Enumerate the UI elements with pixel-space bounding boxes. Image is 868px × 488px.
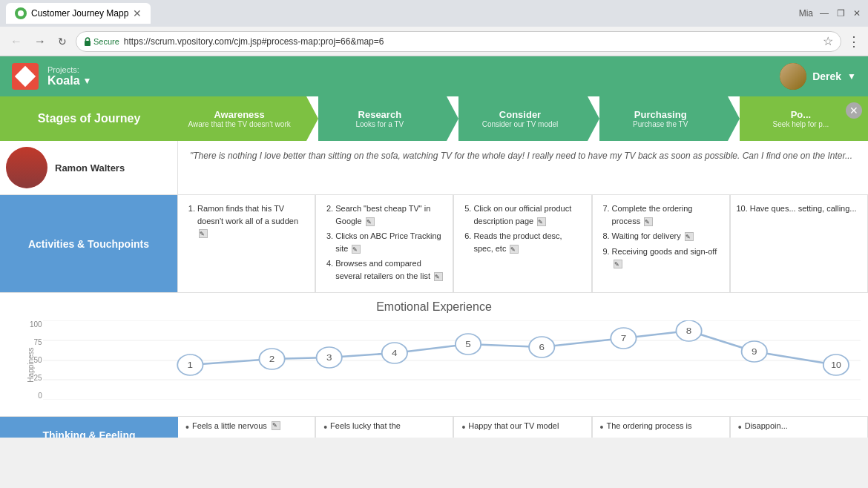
y-tick-50: 50 [34,356,42,364]
y-tick-100: 100 [30,320,42,329]
activity-item: Ramon finds that his TV doesn't work all… [197,202,306,240]
activity-cell-4: Have ques... setting, calling... [730,195,868,292]
profile-label: Mia [799,8,813,19]
svg-text:10: 10 [831,361,841,369]
stages-label: Stages of Journey [0,96,178,141]
persona-name: Ramon Walters [55,162,125,174]
stage-research: Research Looks for a TV [318,96,447,141]
stages-row: Stages of Journey Awareness Aware that t… [0,96,868,141]
browser-tab[interactable]: Customer Journey Mapp ✕ [6,3,151,24]
quote-row: Ramon Walters "There is nothing I love b… [0,141,868,195]
svg-text:3: 3 [326,353,332,363]
stage-research-desc: Looks for a TV [355,120,404,128]
note-icon[interactable]: ✎ [352,245,361,254]
bookmark-btn[interactable]: ☆ [823,34,833,48]
thinking-label: Thinking & Feeling [0,417,178,438]
main-content: ✕ Stages of Journey Awareness Aware that… [0,96,868,438]
tab-favicon [15,7,27,19]
user-photo-inner [6,147,47,188]
maximize-btn[interactable]: ❐ [835,8,846,19]
thinking-cell-1: • Feels lucky that the [315,417,453,438]
y-tick-0: 0 [38,392,42,400]
activity-cell-1: Search "best cheap TV" in Google ✎ Click… [315,195,453,292]
emotional-section: Emotional Experience Happiness 100 75 50… [0,293,868,413]
note-icon[interactable]: ✎ [434,272,443,281]
browser-menu-btn[interactable]: ⋮ [847,33,861,50]
y-ticks: 100 75 50 25 0 [30,320,42,400]
thinking-text-4: Disappoin... [745,421,788,430]
stage-purchasing-arrow [728,96,740,141]
stage-research-arrow [447,96,458,141]
user-name: Derek [812,70,841,82]
user-avatar [780,63,806,90]
secure-indicator: Secure [84,37,119,46]
note-icon[interactable]: ✎ [537,217,546,226]
user-dropdown-arrow[interactable]: ▼ [847,71,856,82]
user-cell: Ramon Walters [0,141,178,194]
stage-awareness-desc: Aware that the TV doesn't work [188,120,290,128]
stage-purchasing-desc: Purchase the TV [633,120,688,128]
thinking-text-2: Happy that our TV model [468,421,559,430]
note-icon[interactable]: ✎ [644,217,653,226]
close-panel-btn[interactable]: ✕ [846,102,862,119]
forward-btn[interactable]: → [31,32,49,51]
bullet-1: • [323,421,327,433]
note-icon[interactable]: ✎ [199,229,208,238]
thinking-text-0: Feels a little nervous [192,421,267,430]
thinking-note-0[interactable]: ✎ [272,421,280,430]
activity-item: Clicks on ABC Price Tracking site ✎ [335,230,444,254]
svg-text:5: 5 [465,340,471,349]
stage-consider-desc: Consider our TV model [482,120,559,128]
activity-item: Reads the product desc, spec, etc ✎ [473,230,582,254]
app-project: Projects: Koala ▼ [47,65,91,88]
activity-cell-2: Click on our official product descriptio… [453,195,591,292]
svg-rect-1 [85,41,91,46]
bullet-2: • [461,421,465,433]
emotional-title: Emotional Experience [0,300,868,314]
svg-text:9: 9 [752,347,757,357]
app-header: Projects: Koala ▼ Derek ▼ [0,56,868,96]
activity-item: Click on our official product descriptio… [473,202,582,227]
activity-item: Have ques... setting, calling... [750,202,858,215]
thinking-cells: • Feels a little nervous ✎ • Feels lucky… [178,417,868,438]
note-icon[interactable]: ✎ [614,260,622,268]
url-display: https://scrum.vpository.com/cjm.jsp#proc… [124,36,818,47]
user-photo [6,147,47,188]
address-bar[interactable]: Secure https://scrum.vpository.com/cjm.j… [76,31,841,52]
activities-row: Activities & Touchpoints Ramon finds tha… [0,195,868,293]
note-icon[interactable]: ✎ [510,245,519,254]
note-icon[interactable]: ✎ [366,217,375,226]
activities-cells: Ramon finds that his TV doesn't work all… [178,195,868,292]
activity-item: Browses and compared several retailers o… [335,257,444,282]
stage-post-name: Po... [791,109,811,120]
secure-label: Secure [93,37,119,46]
thinking-text-3: The ordering process is [607,421,692,430]
avatar-image [780,63,806,90]
close-btn[interactable]: ✕ [852,8,862,19]
svg-text:4: 4 [392,349,398,358]
y-tick-25: 25 [34,374,42,382]
activity-item: Waiting for delivery ✎ [612,230,720,243]
stage-consider-arrow [588,96,599,141]
activity-cell-0: Ramon finds that his TV doesn't work all… [178,195,315,292]
svg-text:2: 2 [269,355,275,364]
back-btn[interactable]: ← [7,32,25,51]
stage-awareness-name: Awareness [214,109,264,120]
stage-consider: Consider Consider our TV model [458,96,587,141]
stage-post-desc: Seek help for p... [773,120,829,128]
project-name[interactable]: Koala ▼ [47,74,91,88]
stage-purchasing: Purchasing Purchase the TV [599,96,728,141]
activity-item: Receiving goods and sign-off ✎ [612,245,720,270]
note-icon[interactable]: ✎ [685,232,694,241]
activity-cell-3: Complete the ordering process ✎ Waiting … [592,195,730,292]
bullet-3: • [600,421,604,433]
tab-close-btn[interactable]: ✕ [133,7,142,19]
logo-diamond [15,66,36,87]
minimize-btn[interactable]: — [819,8,829,19]
reload-btn[interactable]: ↻ [55,33,70,50]
activity-item: Search "best cheap TV" in Google ✎ [335,202,444,227]
title-bar: Customer Journey Mapp ✕ Mia — ❐ ✕ [0,0,868,27]
stage-consider-name: Consider [499,109,541,120]
bullet-4: • [738,421,742,433]
y-tick-75: 75 [34,338,42,346]
